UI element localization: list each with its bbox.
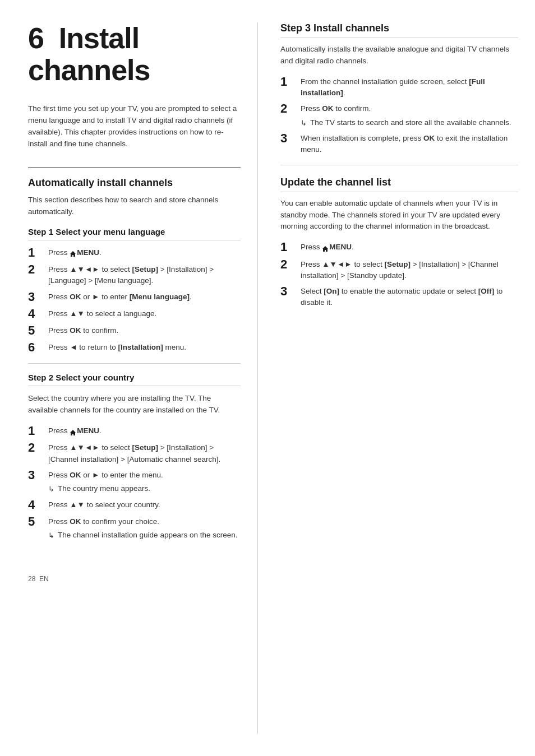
step3-section: Step 3 Install channels Automatically in… <box>280 22 518 156</box>
list-item: 4 Press ▲▼ to select a language. <box>28 308 241 321</box>
arrow-icon: ↳ <box>301 118 307 129</box>
sub-item: ↳ The country menu appears. <box>48 483 241 495</box>
step3-heading: Step 3 Install channels <box>280 22 518 38</box>
divider-update <box>280 165 518 165</box>
home-icon <box>70 428 76 435</box>
step3-intro: Automatically installs the available ana… <box>280 44 518 67</box>
list-item: 2 Press OK to confirm. ↳ The TV starts t… <box>280 103 518 128</box>
list-item: 3 When installation is complete, press O… <box>280 133 518 156</box>
home-icon <box>70 249 76 256</box>
step1-heading: Step 1 Select your menu language <box>28 227 241 240</box>
page-footer: 28 EN <box>28 575 241 583</box>
home-icon <box>322 244 329 251</box>
list-item: 5 Press OK to confirm. <box>28 325 241 337</box>
list-item: 3 Select [On] to enable the automatic up… <box>280 286 518 309</box>
update-intro: You can enable automatic update of chann… <box>280 198 518 233</box>
arrow-icon: ↳ <box>48 484 54 495</box>
chapter-title-text: Install channels <box>28 22 150 86</box>
right-column: Step 3 Install channels Automatically in… <box>258 22 535 734</box>
list-item: 2 Press ▲▼◄► to select [Setup] > [Instal… <box>280 259 518 282</box>
list-item: 6 Press ◄ to return to [Installation] me… <box>28 342 241 354</box>
list-item: 3 Press OK or ► to enter [Menu language]… <box>28 291 241 304</box>
step2-intro: Select the country where you are install… <box>28 393 241 416</box>
update-heading: Update the channel list <box>280 177 518 192</box>
page: 6 Install channels The first time you se… <box>0 0 535 756</box>
page-lang: EN <box>39 575 49 583</box>
step1-section: Step 1 Select your menu language 1 Press… <box>28 227 241 354</box>
step2-list: 1 Press MENU. 2 Press ▲▼◄► to select [Se… <box>28 425 241 541</box>
list-item: 1 Press MENU. <box>28 247 241 259</box>
list-item: 2 Press ▲▼◄► to select [Setup] > [Instal… <box>28 442 241 465</box>
chapter-number: 6 <box>28 22 44 54</box>
update-list: 1 Press MENU. 2 Press ▲▼◄► to select [Se… <box>280 242 518 308</box>
step2-heading: Step 2 Select your country <box>28 373 241 386</box>
svg-marker-1 <box>70 430 76 435</box>
svg-marker-2 <box>322 246 328 252</box>
chapter-title: 6 Install channels <box>28 22 241 86</box>
list-item: 1 From the channel installation guide sc… <box>280 76 518 99</box>
list-item: 5 Press OK to confirm your choice. ↳ The… <box>28 516 241 541</box>
divider-step2 <box>28 363 241 364</box>
step3-list: 1 From the channel installation guide sc… <box>280 76 518 156</box>
arrow-icon: ↳ <box>48 530 54 541</box>
left-column: 6 Install channels The first time you se… <box>0 22 258 734</box>
chapter-intro: The first time you set up your TV, you a… <box>28 103 241 150</box>
list-item: 4 Press ▲▼ to select your country. <box>28 499 241 512</box>
list-item: 2 Press ▲▼◄► to select [Setup] > [Instal… <box>28 264 241 287</box>
svg-marker-0 <box>70 251 76 257</box>
list-item: 1 Press MENU. <box>28 425 241 438</box>
step2-section: Step 2 Select your country Select the co… <box>28 373 241 541</box>
page-number: 28 <box>28 575 35 583</box>
sub-item: ↳ The TV starts to search and store all … <box>301 117 518 129</box>
auto-install-intro: This section describes how to search and… <box>28 194 241 218</box>
update-section: Update the channel list You can enable a… <box>280 177 518 309</box>
list-item: 1 Press MENU. <box>280 242 518 254</box>
sub-item: ↳ The channel installation guide appears… <box>48 530 241 541</box>
section-divider-auto <box>28 167 241 168</box>
step1-list: 1 Press MENU. 2 Press ▲▼◄► to select [Se… <box>28 247 241 354</box>
auto-install-title: Automatically install channels <box>28 177 241 189</box>
list-item: 3 Press OK or ► to enter the menu. ↳ The… <box>28 470 241 495</box>
